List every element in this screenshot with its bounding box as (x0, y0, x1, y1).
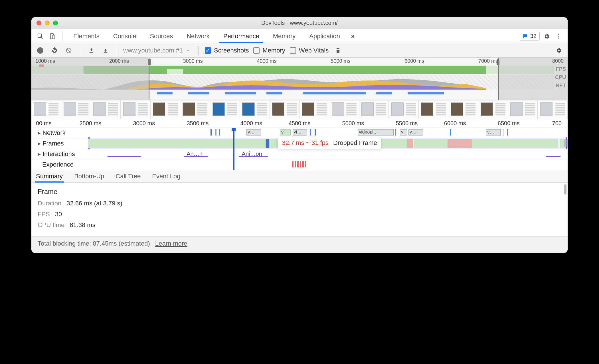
filmstrip-thumb[interactable] (359, 100, 389, 119)
filmstrip-thumb[interactable] (538, 100, 567, 119)
track-frames-toggle[interactable]: ▶ Frames (31, 138, 88, 149)
kebab-menu-icon[interactable] (554, 31, 564, 41)
summary-duration: Duration 32.66 ms (at 3.79 s) (38, 200, 561, 207)
checkbox-icon (253, 47, 260, 54)
filmstrip-thumb[interactable] (61, 100, 91, 119)
clear-button[interactable] (64, 46, 74, 55)
playhead-cursor[interactable] (233, 128, 234, 170)
settings-icon[interactable] (542, 31, 552, 41)
track-experience: Experience (31, 159, 568, 170)
filmstrip-thumb[interactable] (329, 100, 359, 119)
net-segment[interactable]: v (400, 129, 407, 136)
scroll-indicator[interactable] (564, 184, 566, 195)
window-title: DevTools - www.youtube.com/ (31, 20, 568, 26)
chevron-right-icon: ▶ (38, 141, 41, 146)
net-segment[interactable]: vi (280, 129, 291, 136)
filmstrip-thumb[interactable] (419, 100, 448, 119)
tab-performance[interactable]: Performance (218, 29, 265, 43)
save-profile-button[interactable] (101, 46, 110, 55)
garbage-collect-icon[interactable] (333, 46, 343, 55)
track-experience-label: Experience (31, 159, 88, 170)
dtab-calltree[interactable]: Call Tree (116, 170, 141, 182)
flamechart-ruler[interactable]: 00 ms 2500 ms 3000 ms 3500 ms 4000 ms 45… (31, 119, 568, 128)
reload-record-button[interactable] (50, 46, 59, 55)
devtools-window: DevTools - www.youtube.com/ Elements Con… (31, 17, 568, 253)
frames-lane[interactable]: 32.7 ms ~ 31 fps Dropped Frame (88, 138, 568, 149)
load-profile-button[interactable] (86, 46, 96, 55)
overview-window-left[interactable] (31, 58, 149, 100)
tab-memory[interactable]: Memory (267, 29, 301, 43)
capture-settings-icon[interactable] (554, 46, 564, 55)
chevron-right-icon: ▶ (38, 152, 41, 156)
filmstrip-thumb[interactable] (448, 100, 478, 119)
filmstrip-thumb[interactable] (300, 100, 329, 119)
svg-point-3 (558, 34, 559, 35)
track-frames: ▶ Frames 32.7 ms ~ 31 fps (31, 138, 568, 149)
experience-segment[interactable] (292, 161, 306, 167)
footer-bar: Total blocking time: 87.45ms (estimated)… (31, 236, 568, 253)
net-segment[interactable]: v… (408, 129, 423, 136)
chevron-right-icon: ▶ (38, 131, 41, 135)
learn-more-link[interactable]: Learn more (155, 240, 187, 247)
dtab-eventlog[interactable]: Event Log (152, 170, 180, 182)
net-segment[interactable]: videopl… (358, 129, 394, 136)
performance-toolbar: www.youtube.com #1 ✓ Screenshots Memory … (31, 43, 568, 58)
titlebar: DevTools - www.youtube.com/ (31, 17, 568, 29)
summary-heading: Frame (38, 188, 561, 196)
memory-checkbox[interactable]: Memory (253, 47, 285, 54)
filmstrip-thumb[interactable] (389, 100, 418, 119)
filmstrip-thumb[interactable] (508, 100, 538, 119)
summary-panel: Frame Duration 32.66 ms (at 3.79 s) FPS … (31, 183, 568, 236)
checkbox-icon (290, 47, 296, 54)
filmstrip-thumb[interactable] (210, 100, 240, 119)
scroll-indicator[interactable] (564, 139, 566, 147)
filmstrip-thumb[interactable] (478, 100, 508, 119)
main-tabs: Elements Console Sources Network Perform… (31, 29, 568, 43)
record-button[interactable] (35, 46, 45, 55)
filmstrip-thumb[interactable] (151, 100, 180, 119)
svg-point-5 (558, 37, 559, 39)
tab-console[interactable]: Console (108, 29, 142, 43)
filmstrip-thumb[interactable] (270, 100, 300, 119)
checkbox-icon: ✓ (205, 47, 211, 54)
tabs-overflow-button[interactable]: » (348, 33, 358, 40)
screenshots-checkbox[interactable]: ✓ Screenshots (205, 47, 249, 54)
dtab-summary[interactable]: Summary (36, 170, 63, 182)
track-interactions-toggle[interactable]: ▶ Interactions (31, 149, 88, 159)
filmstrip-thumb[interactable] (240, 100, 270, 119)
device-toolbar-icon[interactable] (47, 31, 57, 41)
svg-point-4 (558, 36, 559, 37)
overview-lane-labels: FPS CPU NET (555, 65, 566, 90)
track-interactions: ▶ Interactions An…n Ani…on (31, 149, 568, 159)
tab-network[interactable]: Network (181, 29, 215, 43)
filmstrip-thumb[interactable] (31, 100, 61, 119)
track-network-toggle[interactable]: ▶ Network (31, 128, 88, 138)
flamechart-area[interactable]: ▶ Network v… vi vi… videopl… v v… v… (31, 128, 568, 170)
summary-cputime: CPU time 61.38 ms (38, 221, 561, 229)
issues-badge[interactable]: 32 (520, 32, 540, 41)
tab-application[interactable]: Application (303, 29, 346, 43)
total-blocking-time: Total blocking time: 87.45ms (estimated) (38, 240, 150, 247)
inspect-element-icon[interactable] (35, 31, 45, 41)
net-segment[interactable]: v… (246, 129, 261, 136)
net-segment[interactable]: v… (486, 129, 500, 136)
overview-ticks: 1000 ms2000 ms 3000 ms4000 ms 5000 ms600… (31, 58, 568, 64)
filmstrip-thumb[interactable] (121, 100, 150, 119)
svg-rect-2 (53, 35, 55, 39)
issues-count: 32 (530, 33, 537, 39)
profile-select[interactable]: www.youtube.com #1 (123, 47, 192, 54)
frame-tooltip: 32.7 ms ~ 31 fps Dropped Frame (278, 137, 381, 149)
overview-timeline[interactable]: 1000 ms2000 ms 3000 ms4000 ms 5000 ms600… (31, 58, 568, 100)
filmstrip-thumb[interactable] (91, 100, 121, 119)
tab-elements[interactable]: Elements (68, 29, 105, 43)
webvitals-checkbox[interactable]: Web Vitals (290, 47, 329, 54)
divider (62, 31, 62, 41)
net-segment[interactable]: vi… (293, 129, 307, 136)
details-tabs: Summary Bottom-Up Call Tree Event Log (31, 170, 568, 183)
screenshot-filmstrip[interactable] (31, 100, 568, 119)
filmstrip-thumb[interactable] (180, 100, 210, 119)
summary-fps: FPS 30 (38, 211, 561, 218)
dtab-bottomup[interactable]: Bottom-Up (74, 170, 104, 182)
tab-sources[interactable]: Sources (144, 29, 179, 43)
